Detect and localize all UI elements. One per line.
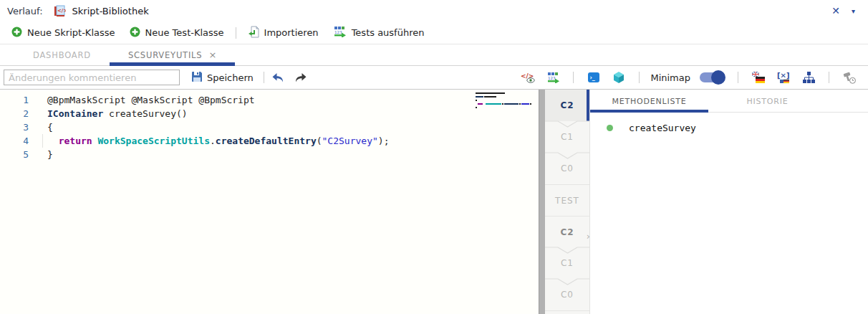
code-line: 2 IContainer createSurvey() [0,107,539,120]
close-icon[interactable]: ✕ [826,5,846,16]
action-toolbar: Neue Skript-Klasse Neue Test-Klasse Impo… [0,22,868,44]
code-text: @BpmMaskScript @MaskScript @BpmScript [47,93,255,107]
code-line: 3 { [0,120,539,134]
divider [639,72,640,83]
class-level-tab[interactable]: C2 [545,216,589,247]
class-level-label: C0 [561,290,574,300]
panel-tabbar: METHODENLISTE HISTORIE [590,91,868,113]
divider [829,72,829,83]
import-icon [248,26,259,40]
new-script-class-button[interactable]: Neue Skript-Klasse [4,24,122,42]
divider [573,72,574,83]
redo-icon[interactable] [291,68,310,87]
chevron-down-icon[interactable]: ▾ [846,7,861,15]
save-button[interactable]: Speichern [185,68,259,87]
class-level-label: C2 [560,100,574,110]
panel-collapse-handle[interactable]: › [587,231,590,242]
code-lines: 1 @BpmMaskScript @MaskScript @BpmScript … [0,93,539,161]
language-flags-icon[interactable] [749,68,768,87]
active-tab-bar [587,90,589,121]
minimap-label: Minimap [650,72,690,83]
code-text: IContainer createSurvey() [47,107,188,120]
new-test-class-label: Neue Test-Klasse [145,27,224,38]
undo-icon[interactable] [269,68,287,87]
svg-text:123: 123 [334,30,342,34]
line-number: 1 [0,93,29,107]
plus-circle-icon [11,27,22,39]
tab-scsurveyutils[interactable]: SCSURVEYUTILS × [110,44,235,65]
class-level-tab[interactable] [545,310,589,314]
build-history-icon[interactable] [840,68,859,87]
class-level-tab[interactable]: C0 [545,153,589,184]
method-status-dot [607,125,613,131]
code-preview-icon[interactable]: </> [519,68,537,87]
run-tests-icon[interactable]: 123 [544,68,562,87]
run-tests-icon: 123 [333,26,347,39]
new-test-class-button[interactable]: Neue Test-Klasse [122,24,231,42]
class-level-tab[interactable]: TEST [545,184,589,216]
editor-scrollbar[interactable] [539,90,545,314]
line-number: 2 [0,107,29,120]
chevron-separator [545,247,590,254]
hierarchy-icon[interactable] [799,68,818,87]
method-name: createSurvey [629,123,696,133]
editor-toolbar: Speichern </> 123 ›_ [0,66,868,90]
history-label: Verlauf: [7,6,43,16]
run-tests-button[interactable]: 123 Tests ausführen [326,24,432,42]
plus-circle-icon [130,27,140,39]
code-text: } [47,148,53,161]
chevron-separator [545,278,590,286]
class-level-tab[interactable]: C2 [545,90,589,121]
import-label: Importieren [264,27,319,38]
comment-input[interactable] [4,70,180,85]
minimap-toggle[interactable] [700,72,724,82]
save-icon [191,71,203,85]
terminal-icon[interactable]: ›_ [584,68,603,87]
main-area: 1 @BpmMaskScript @MaskScript @BpmScript … [0,90,868,314]
svg-text:›_: ›_ [590,75,595,81]
toggle-knob [711,70,725,85]
svg-text:</>: </> [57,8,66,14]
chevron-separator [545,120,590,128]
class-level-label: C1 [561,132,574,142]
class-level-label: C0 [561,163,574,173]
chevron-separator [545,152,590,160]
tab-label: SCSURVEYUTILS [128,50,203,60]
divider [738,72,738,83]
tab-dashboard[interactable]: DASHBOARD [14,44,110,65]
method-list: createSurvey [590,118,868,137]
method-panel: METHODENLISTE HISTORIE createSurvey [590,90,868,314]
svg-text:[✕]: [✕] [777,72,790,80]
svg-text:123: 123 [548,76,556,80]
run-tests-label: Tests ausführen [352,27,425,38]
new-script-class-label: Neue Skript-Klasse [27,27,115,38]
divider [264,72,264,83]
line-number: 3 [0,120,29,134]
code-editor[interactable]: 1 @BpmMaskScript @MaskScript @BpmScript … [0,90,539,314]
save-label: Speichern [207,72,254,83]
missing-translation-icon[interactable]: [✕] [774,68,793,87]
panel-tab[interactable]: METHODENLISTE [590,91,708,112]
import-button[interactable]: Importieren [241,24,326,42]
class-level-tab[interactable]: C1 [545,121,589,153]
code-line: 5 } [0,148,539,161]
class-level-label: C1 [561,258,574,268]
class-level-label: C2 [560,227,574,237]
class-level-tab[interactable]: C0 [545,279,589,310]
cube-icon[interactable] [609,68,628,87]
panel-tab[interactable]: HISTORIE [708,91,826,112]
class-level-label: TEST [555,196,579,206]
tab-close-icon[interactable]: × [208,49,216,60]
script-library-book-icon: </> [53,4,67,18]
minimap[interactable] [476,92,529,110]
code-line: 4 return WorkSpaceScriptUtils.createDefa… [0,134,539,148]
divider [236,27,236,39]
line-number: 4 [0,134,29,148]
code-text: { [47,120,53,134]
method-list-item[interactable]: createSurvey [590,118,868,137]
tab-label: DASHBOARD [33,50,91,60]
class-hierarchy-tabs: C2 C1 C0 TEST C2 C1 C0 [545,90,590,314]
code-line: 1 @BpmMaskScript @MaskScript @BpmScript [0,93,539,107]
class-level-tab[interactable]: C1 [545,247,589,279]
page-title: Skript-Bibliothek [72,6,149,16]
